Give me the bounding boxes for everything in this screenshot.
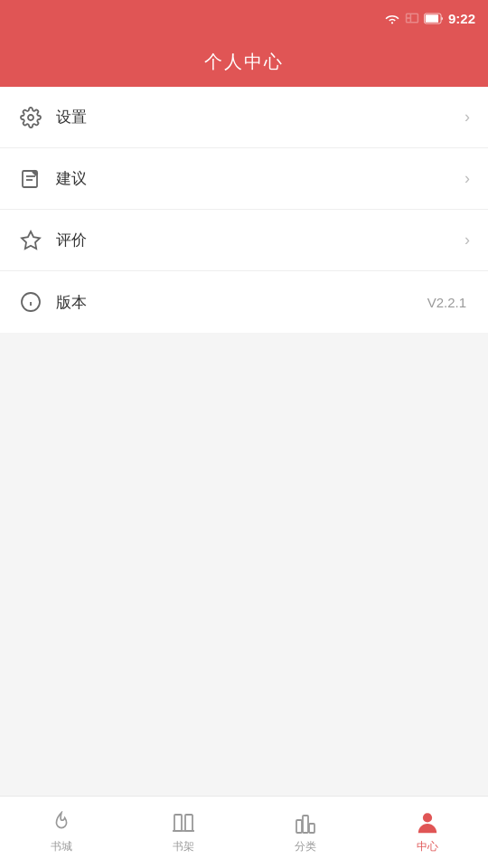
svg-point-6 [28,115,33,120]
svg-rect-1 [407,14,409,17]
category-icon [294,811,317,835]
battery-icon [424,13,444,24]
star-icon [18,228,43,253]
menu-list: 设置 › 建议 › 评价 › [0,87,488,333]
settings-label: 设置 [56,107,465,127]
svg-rect-18 [303,816,308,833]
settings-chevron: › [465,108,470,127]
version-label: 版本 [56,292,427,313]
gear-icon [18,105,43,130]
review-chevron: › [465,231,470,250]
page-title: 个人中心 [204,50,284,74]
suggestion-chevron: › [465,169,470,188]
nav-item-category[interactable]: 分类 [244,797,366,868]
edit-icon [18,166,43,192]
svg-rect-14 [174,815,182,831]
nav-label-bookshelf: 书架 [173,839,194,854]
status-time: 9:22 [448,11,475,26]
menu-item-suggestion[interactable]: 建议 › [0,148,488,210]
svg-rect-5 [426,14,438,22]
bookshelf-icon [172,811,195,835]
nav-label-center: 中心 [417,839,438,854]
nav-label-bookstore: 书城 [51,839,72,854]
sim-icon [405,12,419,24]
version-value: V2.2.1 [427,295,466,310]
info-icon [18,289,43,315]
svg-rect-2 [407,19,409,22]
nav-item-center[interactable]: 中心 [366,797,488,868]
svg-rect-3 [411,14,417,22]
nav-item-bookstore[interactable]: 书城 [0,797,122,868]
person-icon [416,811,439,835]
menu-item-review[interactable]: 评价 › [0,210,488,271]
svg-rect-15 [185,815,192,831]
header: 9:22 个人中心 [0,0,488,87]
svg-marker-10 [22,231,40,249]
flame-icon [50,811,73,835]
svg-rect-17 [296,820,302,833]
nav-item-bookshelf[interactable]: 书架 [122,797,244,868]
menu-item-settings[interactable]: 设置 › [0,87,488,148]
review-label: 评价 [56,230,465,250]
svg-rect-19 [309,824,314,833]
wifi-icon [384,12,400,24]
bottom-nav: 书城 书架 分类 中心 [0,796,488,868]
nav-label-category: 分类 [295,839,316,854]
menu-item-version: 版本 V2.2.1 [0,271,488,333]
svg-point-20 [422,813,431,822]
suggestion-label: 建议 [56,168,465,189]
